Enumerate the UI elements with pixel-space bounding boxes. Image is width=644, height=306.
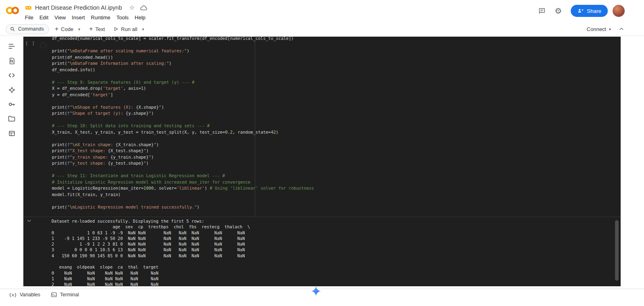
colab-app: Heart Disease Prediction AI.ipynb ☆ File… xyxy=(0,0,644,306)
menu-edit[interactable]: Edit xyxy=(39,14,48,21)
gemini-spark-button[interactable] xyxy=(310,285,322,297)
star-icon[interactable]: ☆ xyxy=(129,4,134,11)
menu-file[interactable]: File xyxy=(25,14,33,21)
play-icon xyxy=(113,26,119,32)
search-in-doc-icon xyxy=(8,57,16,65)
key-icon xyxy=(8,100,16,108)
toolbar: Commands + Code ▾ + Text Run all ▾ Conne… xyxy=(0,23,644,36)
output-text: Dataset re-loaded successfully. Displayi… xyxy=(52,218,250,286)
header-actions: ⚙ Share xyxy=(529,5,625,17)
variables-button[interactable]: {x} Variables xyxy=(9,292,40,298)
sidebar-item-toc[interactable] xyxy=(7,41,17,51)
search-icon xyxy=(10,26,15,32)
menu-bar: File Edit View Insert Runtime Tools Help xyxy=(25,14,151,21)
folder-icon xyxy=(8,115,16,123)
settings-button[interactable]: ⚙ xyxy=(555,7,562,15)
terminal-label: Terminal xyxy=(60,292,79,298)
menu-help[interactable]: Help xyxy=(135,14,146,21)
commands-button[interactable]: Commands xyxy=(6,24,49,34)
gemini-icon xyxy=(8,86,16,94)
sidebar-item-code-snippets[interactable] xyxy=(7,70,17,80)
person-add-icon xyxy=(577,8,584,14)
run-all-button[interactable]: Run all xyxy=(113,26,137,32)
sidebar-item-files[interactable] xyxy=(7,114,17,124)
chevron-down-icon xyxy=(26,218,32,224)
run-cell-button[interactable] xyxy=(40,42,46,48)
gemini-spark-icon xyxy=(310,285,322,297)
add-text-button[interactable]: + Text xyxy=(89,26,105,32)
code-editor[interactable]: [ ] df_encoded[numerical_cols_to_scale] … xyxy=(23,37,621,217)
comments-button[interactable] xyxy=(538,7,546,15)
header: Heart Disease Prediction AI.ipynb ☆ File… xyxy=(0,0,644,23)
chevron-up-icon xyxy=(618,26,625,32)
main-area: [ ] df_encoded[numerical_cols_to_scale] … xyxy=(0,36,644,289)
menu-insert[interactable]: Insert xyxy=(72,14,85,21)
sidebar-item-find[interactable] xyxy=(7,56,17,66)
colab-logo-icon[interactable] xyxy=(5,5,20,17)
variables-label: Variables xyxy=(20,292,40,298)
code-lines[interactable]: df_encoded[numerical_cols_to_scale] = sc… xyxy=(52,37,314,210)
execution-indicator[interactable]: [ ] xyxy=(25,41,35,46)
plus-icon: + xyxy=(89,26,93,32)
status-bar: {x} Variables Terminal xyxy=(0,289,644,300)
left-sidebar-rail xyxy=(0,36,23,289)
add-text-label: Text xyxy=(95,26,105,32)
terminal-button[interactable]: Terminal xyxy=(51,292,79,298)
output-area: Dataset re-loaded successfully. Displayi… xyxy=(23,217,621,286)
sidebar-item-secrets[interactable] xyxy=(7,99,17,109)
run-all-label: Run all xyxy=(121,26,137,32)
connect-caret-icon: ▾ xyxy=(609,27,611,31)
cloud-save-icon[interactable] xyxy=(140,4,148,12)
comment-icon xyxy=(538,7,546,15)
braces-icon: {x} xyxy=(9,292,17,298)
output-collapse-button[interactable] xyxy=(26,218,32,225)
add-code-button[interactable]: + Code xyxy=(55,26,73,32)
menu-view[interactable]: View xyxy=(54,14,66,21)
menu-tools[interactable]: Tools xyxy=(116,14,128,21)
sidebar-item-gemini[interactable] xyxy=(7,85,17,95)
collapse-header-button[interactable] xyxy=(618,26,625,32)
notebook-file-icon xyxy=(25,5,32,10)
add-code-label: Code xyxy=(61,26,73,32)
code-snippets-icon xyxy=(8,71,16,79)
share-button[interactable]: Share xyxy=(571,5,608,17)
table-icon xyxy=(8,130,16,137)
toc-icon xyxy=(8,42,16,50)
title-block: Heart Disease Prediction AI.ipynb ☆ File… xyxy=(25,4,151,21)
output-scrollbar[interactable] xyxy=(615,220,619,281)
user-avatar[interactable] xyxy=(613,5,625,17)
commands-label: Commands xyxy=(18,26,44,32)
notebook-cell: [ ] df_encoded[numerical_cols_to_scale] … xyxy=(23,37,621,286)
add-code-caret-icon[interactable]: ▾ xyxy=(78,27,80,31)
terminal-icon xyxy=(51,292,57,298)
share-label: Share xyxy=(587,8,601,14)
sidebar-item-data-table[interactable] xyxy=(7,128,17,138)
run-all-caret-icon[interactable]: ▾ xyxy=(142,27,144,31)
connect-label: Connect xyxy=(587,26,606,32)
plus-icon: + xyxy=(55,26,58,32)
menu-runtime[interactable]: Runtime xyxy=(91,14,110,21)
notebook-title[interactable]: Heart Disease Prediction AI.ipynb xyxy=(35,4,122,11)
connect-button[interactable]: Connect ▾ xyxy=(587,26,611,32)
gear-icon: ⚙ xyxy=(555,7,562,15)
